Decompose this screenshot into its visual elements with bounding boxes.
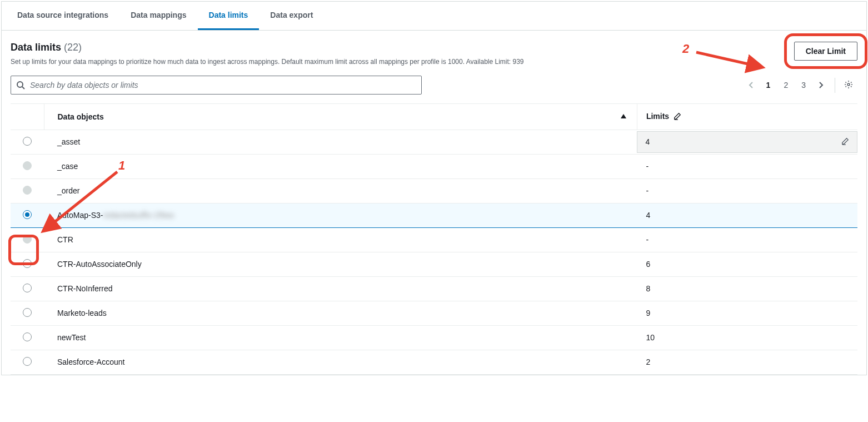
clear-limit-wrap: Clear Limit (794, 42, 857, 61)
table-row: Salesforce-Account 2 (11, 350, 857, 374)
table-row: newTest 10 (11, 325, 857, 350)
row-radio[interactable] (23, 332, 32, 341)
row-limit: 4 (637, 203, 857, 227)
tab-bar: Data source integrations Data mappings D… (2, 2, 866, 31)
row-name: CTR (44, 227, 637, 252)
row-limit: 2 (637, 350, 857, 374)
panel-title-group: Data limits (22) Set up limits for your … (11, 42, 524, 66)
row-radio[interactable] (23, 259, 32, 268)
pagination: 1 2 3 (744, 78, 857, 93)
header-data-objects[interactable]: Data objects (44, 104, 637, 130)
svg-point-0 (17, 82, 23, 87)
row-name: _order (44, 178, 637, 203)
table-row-selected: AutoMap-S3-redactedsuffix-1f9ws 4 (11, 203, 857, 227)
edit-icon (841, 137, 849, 147)
row-name: Salesforce-Account (44, 350, 637, 374)
table-row: _asset 4 (11, 130, 857, 154)
pager-page-1[interactable]: 1 (761, 78, 776, 92)
row-name: _case (44, 154, 637, 178)
row-limit: 6 (637, 252, 857, 276)
row-name: CTR-NoInferred (44, 276, 637, 301)
svg-marker-3 (621, 114, 626, 118)
main-container: Data source integrations Data mappings D… (1, 1, 867, 375)
tab-data-export[interactable]: Data export (259, 2, 324, 30)
title-count: (22) (64, 42, 82, 53)
limit-value: 4 (645, 137, 650, 146)
row-radio[interactable] (23, 210, 32, 219)
row-radio (23, 186, 32, 195)
toolbar: 1 2 3 (11, 76, 857, 95)
clear-limit-button[interactable]: Clear Limit (794, 42, 857, 61)
chevron-left-icon (749, 81, 754, 89)
page-title: Data limits (22) (11, 42, 524, 53)
svg-line-1 (22, 87, 24, 89)
row-limit: - (637, 227, 857, 252)
row-radio[interactable] (23, 284, 32, 292)
table-row: CTR - (11, 227, 857, 252)
row-name-blurred: redactedsuffix-1f9ws (103, 211, 174, 220)
edit-icon (674, 112, 681, 122)
header-objects-label: Data objects (58, 112, 104, 121)
row-radio (23, 235, 32, 244)
svg-point-2 (847, 83, 850, 86)
limit-edit-cell[interactable]: 4 (637, 131, 857, 153)
row-name: newTest (44, 325, 637, 350)
panel-description: Set up limits for your data mappings to … (11, 58, 524, 66)
search-input[interactable] (11, 76, 422, 95)
search-wrap (11, 76, 422, 95)
tab-data-mappings[interactable]: Data mappings (119, 2, 197, 30)
row-limit: 9 (637, 301, 857, 325)
search-icon (16, 81, 25, 90)
header-limits-label: Limits (646, 112, 669, 121)
title-text: Data limits (11, 42, 61, 53)
pager-next[interactable] (814, 79, 828, 91)
panel: Data limits (22) Set up limits for your … (2, 31, 866, 375)
row-radio (23, 161, 32, 170)
tab-data-limits[interactable]: Data limits (198, 2, 260, 30)
header-limits[interactable]: Limits (637, 104, 857, 130)
row-name: Marketo-leads (44, 301, 637, 325)
row-name: _asset (44, 130, 637, 154)
row-limit: 4 (637, 130, 857, 154)
tab-data-source-integrations[interactable]: Data source integrations (6, 2, 119, 30)
row-limit: 8 (637, 276, 857, 301)
pager-prev[interactable] (744, 79, 759, 91)
pager-page-3[interactable]: 3 (796, 78, 811, 92)
row-name: CTR-AutoAssociateOnly (44, 252, 637, 276)
annotation-num-1: 1 (118, 158, 125, 173)
chevron-right-icon (818, 81, 824, 89)
panel-header: Data limits (22) Set up limits for your … (11, 42, 857, 66)
row-radio[interactable] (23, 357, 32, 366)
row-name: AutoMap-S3-redactedsuffix-1f9ws (44, 203, 637, 227)
row-name-text: AutoMap-S3- (57, 211, 103, 220)
data-table: Data objects Limits (11, 103, 857, 375)
table-row: _case - (11, 154, 857, 178)
table-row: CTR-NoInferred 8 (11, 276, 857, 301)
table-row: CTR-AutoAssociateOnly 6 (11, 252, 857, 276)
sort-asc-icon (620, 112, 627, 121)
settings-button[interactable] (835, 78, 857, 93)
row-name-text: _asset (44, 137, 637, 146)
row-limit: - (637, 154, 857, 178)
row-radio[interactable] (23, 137, 32, 146)
table-header-row: Data objects Limits (11, 104, 857, 130)
pager-page-2[interactable]: 2 (778, 78, 794, 92)
table-row: Marketo-leads 9 (11, 301, 857, 325)
table-body: _asset 4 _case - (11, 130, 857, 374)
gear-icon (844, 80, 853, 89)
row-limit: - (637, 178, 857, 203)
row-limit: 10 (637, 325, 857, 350)
row-radio[interactable] (23, 308, 32, 317)
table-row: _order - (11, 178, 857, 203)
annotation-num-2: 2 (682, 42, 689, 56)
header-select (11, 104, 44, 130)
